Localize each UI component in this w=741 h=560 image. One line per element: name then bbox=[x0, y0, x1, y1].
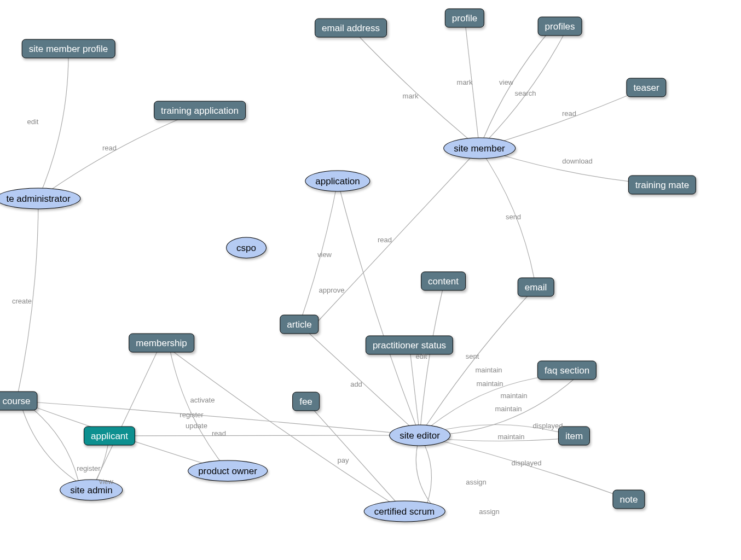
graph-node-site-member-profile[interactable]: site member profile bbox=[22, 39, 115, 59]
graph-node-fee[interactable]: fee bbox=[292, 392, 320, 411]
graph-edge bbox=[465, 18, 479, 148]
graph-edge bbox=[161, 343, 404, 511]
graph-node-certified-scrum[interactable]: certified scrum bbox=[364, 501, 445, 522]
graph-node-cspo[interactable]: cspo bbox=[226, 237, 267, 259]
graph-node-applicant[interactable]: applicant bbox=[84, 427, 135, 446]
graph-edge bbox=[38, 110, 200, 199]
graph-edge bbox=[416, 435, 437, 511]
graph-node-article[interactable]: article bbox=[280, 315, 319, 334]
graph-edge bbox=[479, 32, 549, 148]
graph-node-teaser[interactable]: teaser bbox=[626, 78, 666, 97]
graph-node-content[interactable]: content bbox=[421, 272, 466, 291]
graph-edge bbox=[479, 148, 536, 287]
graph-node-profiles[interactable]: profiles bbox=[538, 17, 582, 36]
graph-node-application[interactable]: application bbox=[305, 171, 370, 192]
graph-edge bbox=[420, 376, 551, 435]
graph-edge bbox=[38, 49, 68, 199]
graph-edge bbox=[16, 199, 38, 401]
graph-edge bbox=[299, 181, 338, 324]
graph-edge bbox=[420, 287, 536, 435]
graph-node-site-admin[interactable]: site admin bbox=[60, 480, 123, 501]
graph-node-membership[interactable]: membership bbox=[129, 334, 194, 353]
graph-edge bbox=[420, 435, 629, 499]
graph-edge bbox=[420, 287, 443, 435]
graph-edge bbox=[479, 32, 565, 148]
graph-node-practitioner-status[interactable]: practitioner status bbox=[366, 336, 453, 355]
graph-edge bbox=[22, 407, 91, 490]
graph-node-email[interactable]: email bbox=[518, 278, 554, 297]
graph-edge bbox=[16, 401, 420, 435]
graph-edge bbox=[109, 435, 420, 436]
graph-edge bbox=[479, 88, 646, 148]
graph-node-training-application[interactable]: training application bbox=[154, 101, 246, 120]
graph-node-site-editor[interactable]: site editor bbox=[389, 425, 450, 446]
graph-node-site-member[interactable]: site member bbox=[443, 138, 516, 159]
graph-node-training-materials[interactable]: training mate bbox=[628, 176, 696, 195]
graph-edge bbox=[420, 376, 578, 435]
graph-node-faq-section[interactable]: faq section bbox=[537, 361, 597, 380]
graph-edge bbox=[33, 409, 80, 490]
graph-node-email-address[interactable]: email address bbox=[315, 19, 387, 38]
graph-node-product-owner[interactable]: product owner bbox=[188, 460, 268, 482]
graph-node-profile[interactable]: profile bbox=[445, 9, 484, 28]
graph-edge bbox=[351, 28, 479, 148]
graph-edge bbox=[431, 424, 563, 433]
graph-node-course[interactable]: course bbox=[0, 392, 38, 411]
graph-node-item[interactable]: item bbox=[558, 427, 590, 446]
graph-edge bbox=[431, 438, 563, 441]
graph-edge bbox=[170, 348, 228, 471]
graph-node-note[interactable]: note bbox=[612, 490, 645, 509]
